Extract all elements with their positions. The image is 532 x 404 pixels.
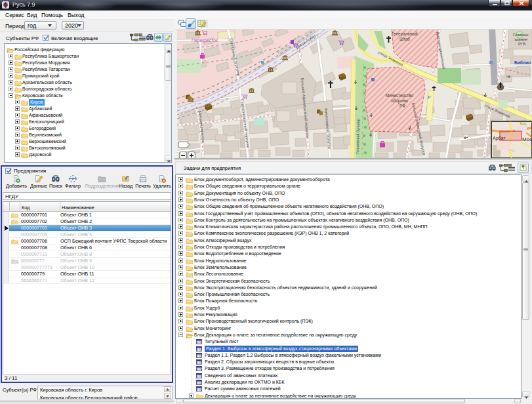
svg-text:Генеральный: Генеральный <box>392 31 418 37</box>
svg-text:Гоголевский бульвар: Гоголевский бульвар <box>356 119 360 154</box>
svg-text:Перекресток: Перекресток <box>192 38 218 43</box>
svg-text:Арбат: Арбат <box>493 136 506 141</box>
svg-text:P: P <box>428 95 431 100</box>
svg-text:РГБ: РГБ <box>518 41 526 46</box>
svg-text:Министерство: Министерство <box>386 93 414 98</box>
svg-text:Библио: Библио <box>514 60 531 65</box>
svg-text:Штаб: Штаб <box>399 37 410 41</box>
svg-text:здание: здание <box>514 37 528 41</box>
svg-text:РФ: РФ <box>399 104 405 108</box>
svg-text:Мос: Мос <box>522 136 532 142</box>
svg-text:обороны: обороны <box>391 98 408 104</box>
svg-text:Главное: Главное <box>513 32 529 37</box>
